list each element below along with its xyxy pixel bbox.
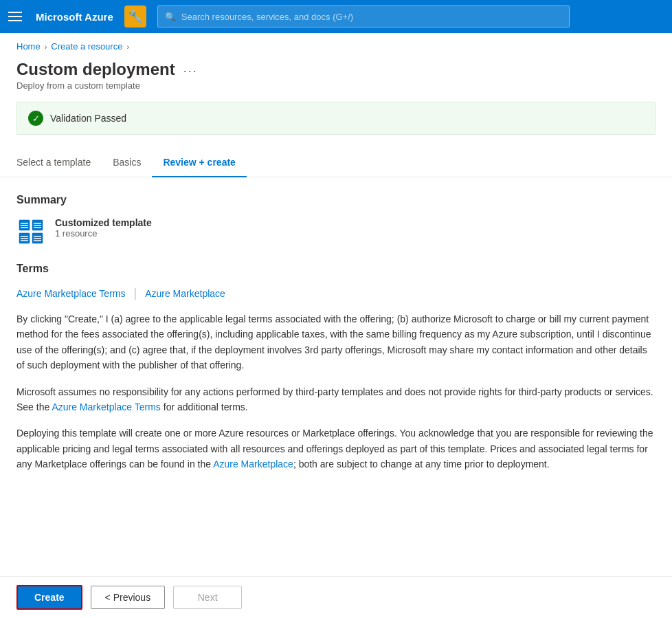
page-title: Custom deployment (16, 60, 175, 79)
validation-message: Validation Passed (50, 113, 126, 124)
terms-p3-suffix: ; both are subject to change at any time… (293, 459, 550, 470)
summary-title: Summary (16, 194, 656, 206)
summary-section: Summary (16, 194, 656, 246)
template-icon (16, 217, 45, 246)
search-icon: 🔍 (165, 12, 176, 22)
breadcrumb: Home › Create a resource › (0, 33, 672, 54)
main-content: Summary (0, 194, 672, 472)
terms-title: Terms (16, 263, 656, 275)
breadcrumb-create-resource[interactable]: Create a resource (51, 41, 122, 52)
tab-review-create[interactable]: Review + create (152, 148, 246, 177)
tab-basics[interactable]: Basics (102, 148, 152, 177)
page-header: Custom deployment ··· (0, 54, 672, 79)
terms-section: Terms Azure Marketplace Terms | Azure Ma… (16, 263, 656, 472)
terms-paragraph-3: Deploying this template will create one … (16, 426, 656, 472)
tabs: Select a template Basics Review + create (0, 148, 672, 177)
terms-p2-suffix: for additional terms. (161, 401, 248, 412)
azure-marketplace-terms-link[interactable]: Azure Marketplace Terms (16, 288, 125, 299)
terms-links: Azure Marketplace Terms | Azure Marketpl… (16, 286, 656, 300)
tab-select-template[interactable]: Select a template (16, 148, 102, 177)
azure-logo: Microsoft Azure (36, 11, 113, 23)
page-subtitle: Deploy from a custom template (0, 79, 672, 102)
terms-link-divider: | (133, 286, 137, 300)
validation-icon: ✓ (28, 111, 43, 126)
azure-icon: 🔧 (124, 5, 146, 27)
breadcrumb-home[interactable]: Home (16, 41, 41, 52)
terms-p2-link[interactable]: Azure Marketplace Terms (52, 401, 160, 412)
azure-marketplace-link[interactable]: Azure Marketplace (145, 288, 225, 299)
search-input[interactable] (181, 12, 562, 22)
topbar: Microsoft Azure 🔧 🔍 (0, 0, 672, 33)
terms-paragraph-2: Microsoft assumes no responsibility for … (16, 384, 656, 415)
resource-count: 1 resource (55, 228, 152, 239)
summary-item: Customized template 1 resource (16, 217, 656, 246)
validation-banner: ✓ Validation Passed (16, 102, 656, 135)
breadcrumb-sep-1: › (45, 43, 47, 51)
breadcrumb-sep-2: › (126, 43, 129, 51)
hamburger-menu[interactable] (8, 12, 25, 21)
terms-paragraph-1: By clicking "Create," I (a) agree to the… (16, 311, 656, 373)
summary-text: Customized template 1 resource (55, 217, 152, 239)
search-bar[interactable]: 🔍 (157, 5, 570, 27)
template-name: Customized template (55, 217, 152, 228)
more-options-button[interactable]: ··· (183, 64, 198, 78)
terms-p3-link[interactable]: Azure Marketplace (213, 459, 293, 470)
